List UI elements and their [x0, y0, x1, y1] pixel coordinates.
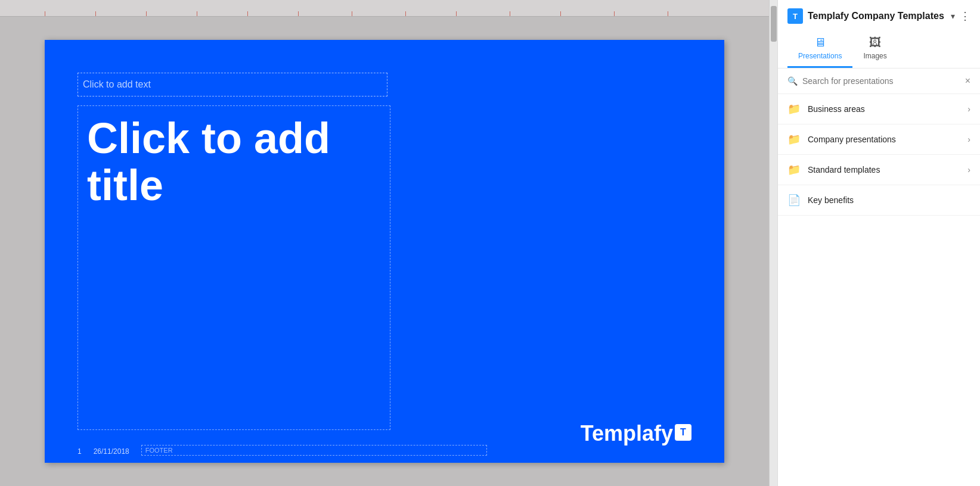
- ruler-tick: [510, 11, 510, 16]
- menu-item-label-company-presentations: Company presentations: [808, 135, 960, 144]
- menu-item-business-areas[interactable]: 📁 Business areas ›: [778, 94, 980, 124]
- presentations-icon: 🖥: [814, 36, 826, 49]
- sidebar-collapse-button[interactable]: ▾: [951, 11, 955, 21]
- folder-icon-standard-templates: 📁: [787, 163, 801, 176]
- search-input[interactable]: [802, 76, 960, 86]
- ruler-tick: [247, 11, 248, 16]
- search-icon: 🔍: [787, 76, 798, 86]
- logo-badge: T: [675, 424, 691, 441]
- slide-title-placeholder[interactable]: Click to add title: [77, 105, 390, 430]
- slide-container: Click to add text Click to add title 1 2…: [0, 17, 769, 486]
- search-clear-button[interactable]: ×: [965, 76, 970, 86]
- slide-page-number: 1: [77, 447, 82, 456]
- slide-date: 26/11/2018: [94, 447, 129, 456]
- sidebar-title-row: T Templafy Company Templates ▾ ⋮: [787, 8, 970, 24]
- ruler-tick: [405, 11, 406, 16]
- chevron-right-icon-business-areas: ›: [967, 104, 970, 114]
- sidebar-tabs: 🖥 Presentations 🖼 Images: [787, 31, 970, 68]
- slide[interactable]: Click to add text Click to add title 1 2…: [45, 40, 724, 463]
- slide-footer-field[interactable]: FOOTER: [141, 445, 487, 456]
- menu-item-standard-templates[interactable]: 📁 Standard templates ›: [778, 155, 980, 185]
- images-icon: 🖼: [869, 36, 881, 49]
- ruler-tick: [146, 11, 147, 16]
- sidebar: T Templafy Company Templates ▾ ⋮ 🖥 Prese…: [777, 0, 980, 486]
- main-slide-area: Click to add text Click to add title 1 2…: [0, 0, 769, 486]
- chevron-right-icon-standard-templates: ›: [967, 165, 970, 175]
- sidebar-header: T Templafy Company Templates ▾ ⋮ 🖥 Prese…: [778, 0, 980, 68]
- ruler-tick: [560, 11, 561, 16]
- folder-icon-business-areas: 📁: [787, 102, 801, 116]
- tab-images-label: Images: [863, 52, 886, 60]
- scrollbar-thumb[interactable]: [771, 6, 777, 42]
- ruler-tick: [197, 11, 197, 16]
- tab-presentations-label: Presentations: [798, 52, 842, 60]
- ruler-tick: [668, 11, 668, 16]
- vertical-scrollbar[interactable]: [769, 0, 777, 486]
- sidebar-more-button[interactable]: ⋮: [960, 11, 970, 21]
- folder-icon-company-presentations: 📁: [787, 133, 801, 146]
- slide-logo: Templafy T: [581, 421, 691, 446]
- ruler: [0, 0, 769, 17]
- chevron-right-icon-company-presentations: ›: [967, 135, 970, 144]
- slide-title-text: Click to add title: [87, 115, 381, 209]
- ruler-tick: [45, 11, 45, 16]
- ruler-tick: [456, 11, 457, 16]
- menu-items: 📁 Business areas › 📁 Company presentatio…: [778, 94, 980, 486]
- ruler-tick: [352, 11, 352, 16]
- menu-item-label-business-areas: Business areas: [808, 104, 960, 114]
- menu-item-company-presentations[interactable]: 📁 Company presentations ›: [778, 124, 980, 155]
- file-icon-key-benefits: 📄: [787, 194, 801, 207]
- tab-presentations[interactable]: 🖥 Presentations: [787, 31, 852, 68]
- tab-images[interactable]: 🖼 Images: [852, 31, 897, 68]
- sidebar-title: Templafy Company Templates: [808, 11, 944, 21]
- search-row: 🔍 ×: [778, 68, 980, 94]
- menu-item-label-standard-templates: Standard templates: [808, 165, 960, 175]
- ruler-tick: [298, 11, 299, 16]
- slide-footer: 1 26/11/2018 FOOTER: [45, 445, 724, 456]
- menu-item-key-benefits[interactable]: 📄 Key benefits: [778, 185, 980, 216]
- menu-item-label-key-benefits: Key benefits: [808, 195, 970, 205]
- ruler-tick: [95, 11, 96, 16]
- ruler-tick: [614, 11, 615, 16]
- slide-text-placeholder-label: Click to add text: [83, 79, 151, 90]
- sidebar-logo-icon: T: [787, 8, 803, 24]
- slide-text-placeholder[interactable]: Click to add text: [77, 73, 387, 96]
- slide-footer-label: FOOTER: [145, 447, 173, 454]
- sidebar-title-controls: ▾ ⋮: [951, 11, 970, 21]
- logo-text: Templafy: [581, 421, 673, 446]
